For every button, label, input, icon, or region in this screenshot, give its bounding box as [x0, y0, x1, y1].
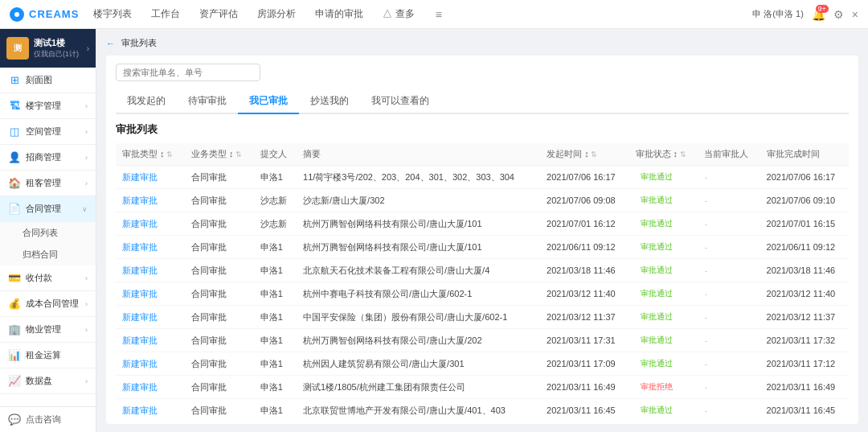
cell-start_time: 2021/07/01 16:12 — [540, 212, 628, 236]
sidebar-icon-tenant: 🏠 — [8, 177, 21, 189]
cell-submitter: 申洛1 — [254, 329, 297, 352]
sidebar-item-tenant[interactable]: 🏠租客管理› — [0, 171, 96, 196]
sidebar-item-space[interactable]: ◫空间管理› — [0, 119, 96, 145]
cell-current_approver: - — [698, 376, 760, 399]
cell-finish_time: 2021/03/11 17:12 — [760, 352, 849, 376]
cell-current_approver: - — [698, 212, 760, 236]
sidebar-user-arrow: › — [87, 44, 89, 53]
cell-summary: 杭州万腾智创网络科技有限公司/唐山大厦/202 — [297, 329, 540, 352]
search-input[interactable] — [116, 64, 260, 81]
sidebar-item-overview[interactable]: ⊞刻面图 — [0, 68, 96, 93]
status-badge: 审批通过 — [636, 334, 678, 347]
cell-biz_type: 合同审批 — [185, 329, 254, 352]
sidebar-bottom[interactable]: 💬 点击咨询 — [0, 406, 96, 432]
cell-summary: 杭州万腾智创网络科技有限公司/唐山大厦/101 — [297, 236, 540, 259]
tab-approved[interactable]: 我已审批 — [238, 89, 299, 114]
nav-menu-1[interactable]: 工作台 — [149, 7, 182, 21]
cell-type: 新建审批 — [116, 236, 185, 259]
cell-biz_type: 合同审批 — [185, 259, 254, 282]
cell-current_approver: - — [698, 282, 760, 306]
cell-status: 审批通过 — [629, 259, 698, 282]
status-badge: 审批通过 — [636, 404, 678, 416]
tab-pending[interactable]: 待审审批 — [177, 89, 238, 114]
cell-biz_type: 合同审批 — [185, 189, 254, 212]
sidebar-user[interactable]: 测 测试1楼 仅我自己(1计) › — [0, 29, 96, 68]
sidebar-label-contract: 合同管理 — [26, 203, 77, 215]
cell-summary: 杭州因人建筑贸易有限公司/唐山大厦/301 — [297, 352, 540, 376]
cell-biz_type: 合同审批 — [185, 399, 254, 417]
avatar: 测 — [6, 37, 29, 60]
col-header-submitter: 提交人 — [254, 143, 297, 166]
sidebar-item-contract[interactable]: 📄合同管理∨ — [0, 196, 96, 222]
tab-viewable[interactable]: 我可以查看的 — [360, 89, 440, 114]
top-nav-right: 申 洛(申洛 1) 🔔 9+ ⚙ × — [752, 8, 858, 21]
table-row: 新建审批合同审批沙志新沙志新/唐山大厦/3022021/07/06 09:08审… — [116, 189, 849, 212]
cell-summary: 测试1楼/1805/杭州建工集团有限责任公司 — [297, 376, 540, 399]
col-header-type[interactable]: 审批类型 ↕ — [116, 143, 185, 166]
nav-menu-0[interactable]: 楼宇列表 — [92, 7, 133, 21]
table-wrapper: 审批类型 ↕业务类型 ↕提交人摘要发起时间 ↕审批状态 ↕当前审批人审批完成时间… — [116, 143, 849, 416]
cell-type: 新建审批 — [116, 259, 185, 282]
sidebar-arrow-cost: › — [85, 300, 88, 308]
cell-status: 审批通过 — [629, 329, 698, 352]
cell-biz_type: 合同审批 — [185, 282, 254, 306]
sidebar-item-cost[interactable]: 💰成本合同管理› — [0, 291, 96, 317]
user-label[interactable]: 申 洛(申洛 1) — [752, 8, 804, 20]
sidebar: 测 测试1楼 仅我自己(1计) › ⊞刻面图🏗楼宇管理›◫空间管理›👤招商管理›… — [0, 29, 96, 432]
cell-biz_type: 合同审批 — [185, 352, 254, 376]
sidebar-nav: ⊞刻面图🏗楼宇管理›◫空间管理›👤招商管理›🏠租客管理›📄合同管理∨合同列表归档… — [0, 68, 96, 394]
cell-submitter: 沙志新 — [254, 189, 297, 212]
close-icon[interactable]: × — [852, 8, 858, 21]
bell-badge: 9+ — [816, 5, 829, 13]
sidebar-user-info: 测试1楼 仅我自己(1计) — [34, 37, 82, 60]
sidebar-label-property: 物业管理 — [26, 323, 80, 335]
sidebar-item-building[interactable]: 🏗楼宇管理› — [0, 93, 96, 119]
table-head: 审批类型 ↕业务类型 ↕提交人摘要发起时间 ↕审批状态 ↕当前审批人审批完成时间 — [116, 143, 849, 166]
cell-finish_time: 2021/03/11 17:32 — [760, 329, 849, 352]
nav-menu-5[interactable]: △ 查多 — [381, 7, 416, 21]
breadcrumb-back[interactable]: ← — [106, 39, 115, 48]
tab-cc-me[interactable]: 抄送我的 — [299, 89, 360, 114]
cell-status: 审批通过 — [629, 282, 698, 306]
cell-summary: 中国平安保险（集团）股份有限公司/唐山大厦/602-1 — [297, 306, 540, 329]
sidebar-icon-data: 📈 — [8, 375, 21, 387]
sidebar-sub-archived[interactable]: 归档合同 — [0, 244, 96, 265]
content-card: 我发起的待审审批我已审批抄送我的我可以查看的 审批列表 审批类型 ↕业务类型 ↕… — [106, 56, 858, 424]
section-title: 审批列表 — [116, 122, 849, 137]
sidebar-icon-tax: 📊 — [8, 349, 21, 361]
sidebar-item-data[interactable]: 📈数据盘› — [0, 368, 96, 394]
col-header-biz_type[interactable]: 业务类型 ↕ — [185, 143, 254, 166]
cell-finish_time: 2021/03/11 16:45 — [760, 399, 849, 417]
sidebar-user-sub: 仅我自己(1计) — [34, 49, 82, 60]
top-nav-menus: 楼宇列表工作台资产评估房源分析申请的审批△ 查多≡ — [92, 7, 752, 21]
approval-table: 审批类型 ↕业务类型 ↕提交人摘要发起时间 ↕审批状态 ↕当前审批人审批完成时间… — [116, 143, 849, 416]
sidebar-item-property[interactable]: 🏢物业管理› — [0, 317, 96, 343]
tab-my-initiated[interactable]: 我发起的 — [116, 89, 177, 114]
status-badge: 审批通过 — [636, 241, 678, 253]
table-row: 新建审批合同审批申洛1杭州万腾智创网络科技有限公司/唐山大厦/1012021/0… — [116, 236, 849, 259]
sidebar-item-tax[interactable]: 📊租金运算 — [0, 343, 96, 368]
cell-biz_type: 合同审批 — [185, 236, 254, 259]
nav-menu-4[interactable]: 申请的审批 — [313, 7, 365, 21]
cell-submitter: 申洛1 — [254, 376, 297, 399]
settings-icon[interactable]: ⚙ — [833, 8, 844, 21]
bell-icon[interactable]: 🔔 9+ — [812, 8, 825, 21]
cell-current_approver: - — [698, 236, 760, 259]
nav-menu-2[interactable]: 资产评估 — [198, 7, 240, 21]
sidebar-label-space: 空间管理 — [26, 125, 80, 138]
sidebar-icon-cost: 💰 — [8, 298, 21, 310]
cell-start_time: 2021/03/12 11:40 — [540, 282, 628, 306]
cell-submitter: 申洛1 — [254, 399, 297, 417]
table-row: 新建审批合同审批申洛1杭州因人建筑贸易有限公司/唐山大厦/3012021/03/… — [116, 352, 849, 376]
nav-menu-3[interactable]: 房源分析 — [256, 7, 297, 21]
cell-type: 新建审批 — [116, 399, 185, 417]
sidebar-item-recruit[interactable]: 👤招商管理› — [0, 145, 96, 171]
nav-more-icon[interactable]: ≡ — [436, 8, 442, 21]
col-header-status[interactable]: 审批状态 ↕ — [629, 143, 698, 166]
col-header-start_time[interactable]: 发起时间 ↕ — [540, 143, 628, 166]
cell-finish_time: 2021/07/01 16:15 — [760, 212, 849, 236]
sidebar-item-receipt[interactable]: 💳收付款› — [0, 265, 96, 291]
cell-type: 新建审批 — [116, 212, 185, 236]
sidebar-bottom-label: 点击咨询 — [26, 413, 61, 426]
sidebar-sub-contract-list[interactable]: 合同列表 — [0, 222, 96, 244]
